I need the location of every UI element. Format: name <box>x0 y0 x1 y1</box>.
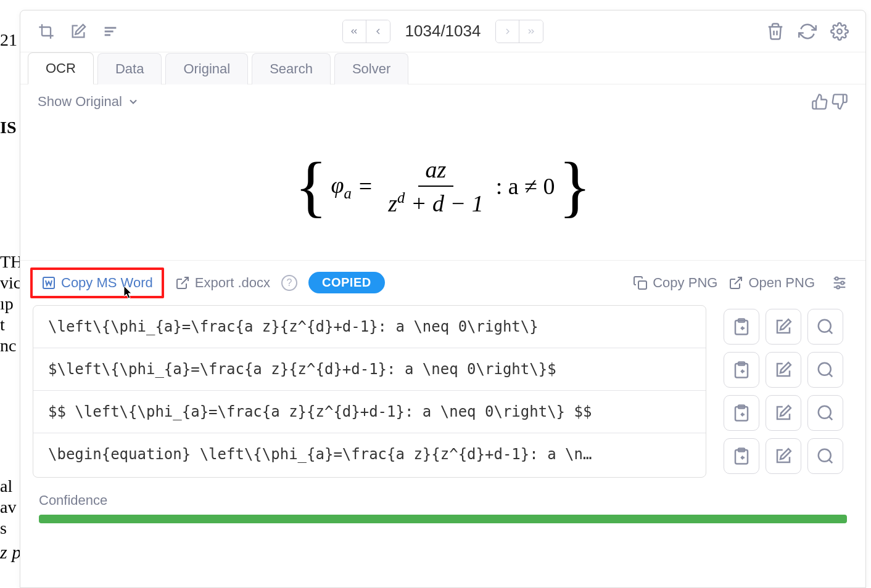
bg-text: nc <box>0 334 16 357</box>
export-icon <box>175 276 190 290</box>
confidence-section: Confidence <box>39 492 847 523</box>
copied-badge: COPIED <box>308 272 385 293</box>
svg-point-3 <box>837 29 842 34</box>
search-button[interactable] <box>807 438 843 474</box>
row-actions <box>719 395 853 431</box>
copy-ms-word-button[interactable]: Copy MS Word <box>41 275 153 291</box>
crop-button[interactable] <box>33 18 60 45</box>
open-png-label: Open PNG <box>748 275 815 291</box>
edit-button[interactable] <box>766 438 801 474</box>
code-row: $\left\{\phi_{a}=\frac{a z}{z^{d}+d-1}: … <box>33 348 706 390</box>
svg-rect-6 <box>638 281 646 289</box>
settings-button[interactable] <box>826 18 853 45</box>
copy-button[interactable] <box>724 395 759 431</box>
top-toolbar: 1034/1034 <box>20 10 865 52</box>
nav-first-prev <box>342 20 390 43</box>
show-original-label: Show Original <box>38 94 122 110</box>
tab-bar: OCR Data Original Search Solver <box>20 52 865 84</box>
open-png-button[interactable]: Open PNG <box>729 275 815 291</box>
sliders-button[interactable] <box>826 269 853 296</box>
edit-button[interactable] <box>766 309 801 345</box>
copy-ms-word-label: Copy MS Word <box>61 275 153 291</box>
svg-point-9 <box>835 277 838 280</box>
bg-text: vic <box>0 271 21 295</box>
export-docx-button[interactable]: Export .docx <box>175 275 270 291</box>
edit-button[interactable] <box>766 352 801 388</box>
bg-text: s <box>0 517 7 540</box>
bg-text: ıp <box>0 292 14 316</box>
open-icon <box>729 276 743 290</box>
nav-next-last <box>495 20 543 43</box>
copy-button[interactable] <box>724 438 759 474</box>
code-row: $$ \left\{\phi_{a}=\frac{a z}{z^{d}+d-1}… <box>33 390 706 433</box>
last-page-button[interactable] <box>519 20 543 43</box>
tab-original[interactable]: Original <box>165 53 248 84</box>
svg-line-29 <box>829 459 832 462</box>
code-text[interactable]: \begin{equation} \left\{\phi_{a}=\frac{a… <box>33 433 706 475</box>
search-button[interactable] <box>807 309 843 345</box>
code-text[interactable]: \left\{\phi_{a}=\frac{a z}{z^{d}+d-1}: a… <box>33 306 706 348</box>
search-button[interactable] <box>807 352 843 388</box>
tab-solver[interactable]: Solver <box>334 53 408 84</box>
copy-icon <box>633 276 648 290</box>
code-text[interactable]: $\left\{\phi_{a}=\frac{a z}{z^{d}+d-1}: … <box>33 348 706 390</box>
svg-point-24 <box>819 406 831 418</box>
copy-word-highlight: Copy MS Word <box>30 267 164 298</box>
action-bar: Copy MS Word Export .docx ? COPIED Copy … <box>20 260 865 305</box>
word-icon <box>41 276 56 290</box>
code-text[interactable]: $$ \left\{\phi_{a}=\frac{a z}{z^{d}+d-1}… <box>33 391 706 433</box>
bg-text: al <box>0 475 12 498</box>
bg-text: t <box>0 313 5 337</box>
search-button[interactable] <box>807 395 843 431</box>
reload-button[interactable] <box>794 18 821 45</box>
edit-button[interactable] <box>65 18 92 45</box>
code-row: \left\{\phi_{a}=\frac{a z}{z^{d}+d-1}: a… <box>33 306 706 348</box>
svg-point-13 <box>836 285 840 288</box>
page-navigator: 1034/1034 <box>342 20 544 43</box>
show-original-toggle[interactable]: Show Original <box>38 94 139 110</box>
next-page-button[interactable] <box>496 20 519 43</box>
cursor-icon <box>124 286 134 300</box>
copy-button[interactable] <box>724 309 759 345</box>
code-row: \begin{equation} \left\{\phi_{a}=\frac{a… <box>33 433 706 475</box>
thumbs-up-icon[interactable] <box>811 93 828 110</box>
main-panel: 1034/1034 OCR Data Original Search <box>20 10 866 588</box>
svg-line-5 <box>181 277 188 284</box>
list-button[interactable] <box>97 18 124 45</box>
thumbs-down-icon[interactable] <box>831 93 848 110</box>
subheader: Show Original <box>20 84 865 119</box>
confidence-label: Confidence <box>39 492 847 508</box>
copy-button[interactable] <box>724 352 759 388</box>
svg-line-7 <box>735 277 741 284</box>
export-docx-label: Export .docx <box>195 275 270 291</box>
equation: { φa = az zd + d − 1 : a ≠ 0 } <box>295 156 592 217</box>
row-actions <box>719 352 853 388</box>
prev-page-button[interactable] <box>366 20 390 43</box>
tab-ocr[interactable]: OCR <box>28 52 94 84</box>
chevron-down-icon <box>127 96 139 108</box>
copy-png-button[interactable]: Copy PNG <box>633 275 717 291</box>
confidence-bar <box>39 515 847 523</box>
svg-line-17 <box>829 330 832 333</box>
bg-text: 21 <box>0 28 17 52</box>
bg-text: av <box>0 496 16 519</box>
copy-png-label: Copy PNG <box>653 275 717 291</box>
help-button[interactable]: ? <box>281 275 297 291</box>
code-list: \left\{\phi_{a}=\frac{a z}{z^{d}+d-1}: a… <box>33 305 706 478</box>
tab-data[interactable]: Data <box>97 53 162 84</box>
svg-point-28 <box>819 449 831 461</box>
row-actions <box>719 438 853 474</box>
delete-button[interactable] <box>762 18 789 45</box>
svg-point-11 <box>841 281 844 284</box>
row-actions <box>719 309 853 345</box>
svg-point-20 <box>819 362 831 375</box>
feedback-buttons <box>811 93 848 110</box>
page-counter: 1034/1034 <box>398 22 489 41</box>
tab-search[interactable]: Search <box>252 53 331 84</box>
svg-line-21 <box>829 373 832 376</box>
edit-button[interactable] <box>766 395 801 431</box>
svg-line-25 <box>829 416 832 419</box>
bg-text: IS <box>0 116 16 139</box>
equation-preview: { φa = az zd + d − 1 : a ≠ 0 } <box>20 119 865 260</box>
first-page-button[interactable] <box>343 20 366 43</box>
